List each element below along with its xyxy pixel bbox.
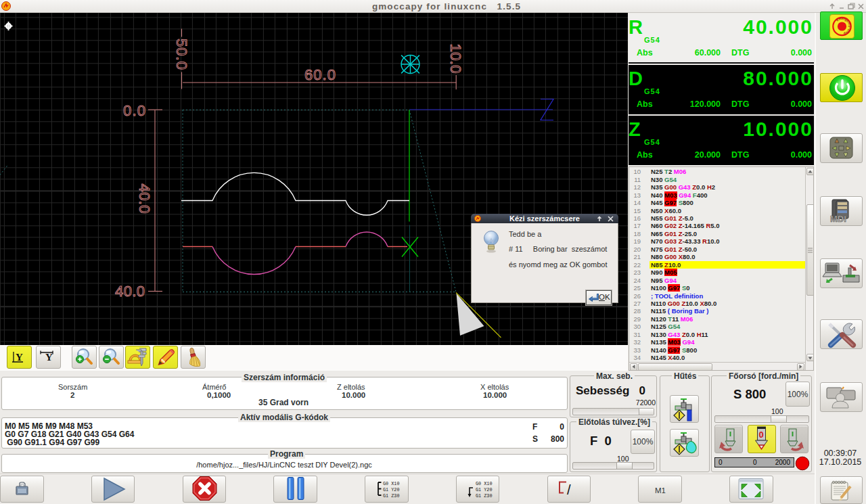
svg-text:G1 Y20: G1 Y20 — [383, 487, 399, 492]
svg-text:Y: Y — [45, 352, 53, 363]
svg-text:M1: M1 — [655, 486, 666, 495]
svg-text:Y: Y — [16, 352, 23, 363]
svg-text:0: 0 — [759, 430, 764, 440]
svg-text:40.0: 40.0 — [136, 184, 153, 214]
svg-text:G1 Z30: G1 Z30 — [476, 493, 492, 499]
svg-text:G0 X10: G0 X10 — [476, 481, 492, 486]
svg-text:MDI: MDI — [830, 214, 846, 224]
svg-text:50.0: 50.0 — [173, 39, 190, 70]
svg-text:/: / — [567, 482, 571, 497]
svg-text:G1 Z30: G1 Z30 — [383, 493, 399, 499]
svg-text:10.0: 10.0 — [447, 44, 464, 74]
svg-text:60.0: 60.0 — [304, 66, 336, 83]
svg-text:40.0: 40.0 — [115, 283, 145, 300]
svg-text:G0 X10: G0 X10 — [383, 481, 399, 486]
svg-text:0.0: 0.0 — [123, 102, 145, 119]
svg-text:G1 Y20: G1 Y20 — [476, 487, 492, 492]
